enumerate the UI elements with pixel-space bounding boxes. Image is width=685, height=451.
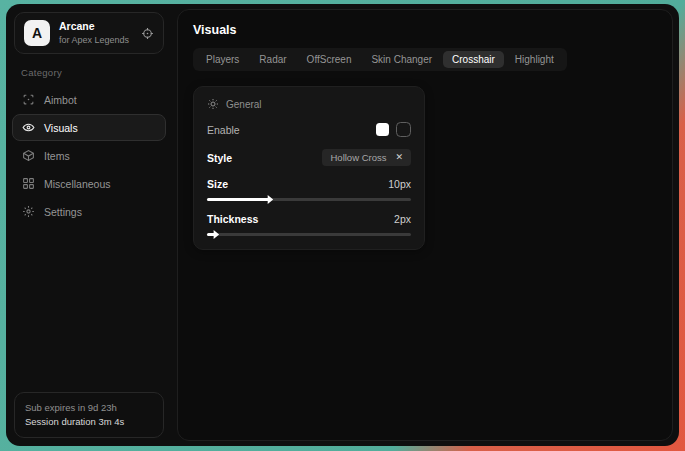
visuals-tabbar: Players Radar OffScreen Skin Changer Cro… xyxy=(193,48,567,71)
thickness-slider[interactable] xyxy=(207,233,411,236)
size-slider-fill xyxy=(207,198,268,201)
tab-skin-changer[interactable]: Skin Changer xyxy=(362,51,441,68)
size-row: Size 10px xyxy=(207,178,411,190)
sidebar-item-items[interactable]: Items xyxy=(12,142,166,169)
style-row: Style Hollow Cross ✕ xyxy=(207,149,411,166)
sidebar-item-label: Items xyxy=(44,150,70,162)
sidebar-item-label: Settings xyxy=(44,206,82,218)
sidebar-item-label: Aimbot xyxy=(44,94,77,106)
tab-highlight[interactable]: Highlight xyxy=(506,51,563,68)
thickness-slider-fill xyxy=(207,233,214,236)
general-icon xyxy=(207,98,219,110)
tab-crosshair[interactable]: Crosshair xyxy=(443,51,504,68)
thickness-row: Thickness 2px xyxy=(207,213,411,225)
main-panel: Visuals Players Radar OffScreen Skin Cha… xyxy=(177,9,673,441)
color-swatch[interactable] xyxy=(376,123,389,136)
tab-players[interactable]: Players xyxy=(197,51,248,68)
size-value: 10px xyxy=(388,178,411,190)
sidebar: A Arcane for Apex Legends Category xyxy=(6,4,172,446)
gear-icon xyxy=(22,205,35,218)
size-slider-thumb[interactable] xyxy=(263,195,273,204)
general-card-title: General xyxy=(226,99,262,110)
sidebar-item-label: Visuals xyxy=(44,122,78,134)
style-clear-icon[interactable]: ✕ xyxy=(395,153,403,162)
app-subtitle: for Apex Legends xyxy=(59,35,132,46)
size-slider[interactable] xyxy=(207,198,411,201)
app-window: A Arcane for Apex Legends Category xyxy=(6,4,679,446)
page-title: Visuals xyxy=(193,23,657,37)
enable-checkbox[interactable] xyxy=(396,122,411,137)
app-header-card: A Arcane for Apex Legends xyxy=(14,12,164,54)
app-titles: Arcane for Apex Legends xyxy=(59,20,132,46)
general-card-header: General xyxy=(207,98,411,110)
session-info-card: Sub expires in 9d 23h Session duration 3… xyxy=(14,392,164,439)
sidebar-item-label: Miscellaneous xyxy=(44,178,111,190)
app-logo: A xyxy=(24,20,50,46)
size-label: Size xyxy=(207,178,228,190)
general-settings-card: General Enable Style Hollow Cross ✕ Size… xyxy=(193,86,425,250)
sidebar-nav: Aimbot Visuals Items xyxy=(6,86,172,225)
sidebar-item-aimbot[interactable]: Aimbot xyxy=(12,86,166,113)
grid-icon xyxy=(22,177,35,190)
thickness-label: Thickness xyxy=(207,213,258,225)
sidebar-item-visuals[interactable]: Visuals xyxy=(12,114,166,141)
eye-icon xyxy=(22,121,35,134)
enable-controls xyxy=(376,122,411,137)
category-label: Category xyxy=(21,67,172,78)
thickness-value: 2px xyxy=(394,213,411,225)
sidebar-item-miscellaneous[interactable]: Miscellaneous xyxy=(12,170,166,197)
crosshair-icon xyxy=(22,93,35,106)
target-icon[interactable] xyxy=(141,27,154,40)
session-duration-text: Session duration 3m 4s xyxy=(25,415,153,429)
style-dropdown[interactable]: Hollow Cross ✕ xyxy=(322,149,411,166)
app-name: Arcane xyxy=(59,20,132,33)
tab-radar[interactable]: Radar xyxy=(250,51,295,68)
thickness-slider-thumb[interactable] xyxy=(209,230,219,239)
sub-expiry-text: Sub expires in 9d 23h xyxy=(25,401,153,415)
tab-offscreen[interactable]: OffScreen xyxy=(298,51,361,68)
enable-row: Enable xyxy=(207,122,411,137)
style-label: Style xyxy=(207,152,232,164)
enable-label: Enable xyxy=(207,124,240,136)
style-value: Hollow Cross xyxy=(330,152,386,163)
sidebar-item-settings[interactable]: Settings xyxy=(12,198,166,225)
cube-icon xyxy=(22,149,35,162)
